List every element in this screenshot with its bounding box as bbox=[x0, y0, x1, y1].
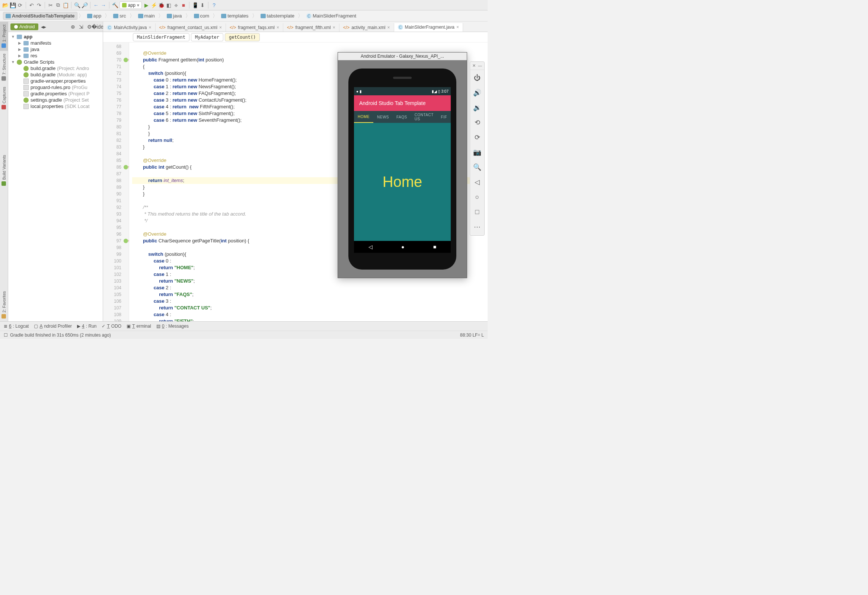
help-icon[interactable]: ? bbox=[211, 2, 217, 8]
target-icon[interactable]: ⊕ bbox=[70, 24, 76, 30]
tree-item[interactable]: local.properties (SDK Locat bbox=[8, 103, 103, 109]
make-icon[interactable]: 🔨 bbox=[112, 2, 118, 8]
tool-window-tab-project[interactable]: 1: Project bbox=[0, 22, 8, 51]
tree-item[interactable]: ▶java bbox=[8, 46, 103, 53]
power-icon[interactable]: ⏻ bbox=[471, 71, 483, 85]
forward-icon[interactable]: → bbox=[100, 2, 106, 8]
emulator-close-icon[interactable]: ✕ bbox=[472, 63, 476, 68]
cut-icon[interactable]: ✂ bbox=[48, 2, 54, 8]
overview-nav-icon[interactable]: □ bbox=[471, 205, 483, 219]
find-icon[interactable]: 🔍 bbox=[74, 2, 80, 8]
bottom-tool-tab[interactable]: ▣Terminal bbox=[127, 323, 151, 329]
tree-item[interactable]: gradle-wrapper.properties bbox=[8, 78, 103, 84]
tree-item[interactable]: build.gradle (Project: Andro bbox=[8, 65, 103, 71]
editor-tab[interactable]: CMainActivity.java× bbox=[103, 24, 156, 32]
run-icon[interactable]: ▶ bbox=[143, 2, 149, 8]
tool-window-tab-structure[interactable]: 7: Structure bbox=[0, 51, 8, 84]
expand-icon[interactable]: ⇲ bbox=[78, 24, 84, 30]
back-icon[interactable]: ← bbox=[93, 2, 99, 8]
project-tree[interactable]: ▼app▶manifests▶java▶res▼Gradle Scriptsbu… bbox=[8, 32, 103, 321]
editor-tab[interactable]: </>activity_main.xml× bbox=[340, 24, 394, 32]
volume-down-icon[interactable]: 🔉 bbox=[471, 100, 483, 115]
volume-up-icon[interactable]: 🔊 bbox=[471, 86, 483, 100]
redo-icon[interactable]: ↷ bbox=[36, 2, 42, 8]
paste-icon[interactable]: 📋 bbox=[62, 2, 68, 8]
tree-twisty-icon[interactable]: ▶ bbox=[18, 41, 22, 45]
project-view-dropdown[interactable]: Android bbox=[10, 24, 38, 30]
avd-manager-icon[interactable]: 📱 bbox=[192, 2, 198, 8]
breadcrumb-item[interactable]: AndroidStudioTabTemplate bbox=[3, 12, 77, 20]
debug-icon[interactable]: 🐞 bbox=[158, 2, 164, 8]
gutter[interactable]: 686970↑71727374757677787980818283848586↑… bbox=[103, 43, 129, 321]
collapse-icon[interactable]: ◂▸ bbox=[41, 24, 47, 30]
open-icon[interactable]: 📂 bbox=[2, 2, 8, 8]
tree-item[interactable]: proguard-rules.pro (ProGu bbox=[8, 84, 103, 90]
sync-icon[interactable]: ⟳ bbox=[17, 2, 23, 8]
back-nav-icon[interactable]: ◁ bbox=[471, 175, 483, 189]
close-tab-icon[interactable]: × bbox=[387, 25, 390, 30]
tree-item[interactable]: ▼Gradle Scripts bbox=[8, 59, 103, 65]
nav-recent-icon[interactable]: ■ bbox=[433, 244, 436, 250]
editor-tab[interactable]: CMainSliderFragment.java× bbox=[394, 23, 463, 32]
breadcrumb-item[interactable]: CMainSliderFragment bbox=[304, 12, 359, 20]
save-icon[interactable]: 💾 bbox=[10, 2, 16, 8]
phone-tab[interactable]: HOME bbox=[354, 111, 373, 123]
phone-tab[interactable]: FAQS bbox=[393, 111, 411, 123]
phone-tab[interactable]: CONTACT US bbox=[411, 111, 437, 123]
close-tab-icon[interactable]: × bbox=[456, 25, 459, 30]
bottom-tool-tab[interactable]: ▢Android Profiler bbox=[34, 323, 72, 329]
tool-window-tab-captures[interactable]: Captures bbox=[0, 84, 8, 112]
undo-icon[interactable]: ↶ bbox=[29, 2, 35, 8]
tree-item[interactable]: ▶res bbox=[8, 53, 103, 59]
bottom-tool-tab[interactable]: ▶4: Run bbox=[77, 323, 96, 329]
emulator-window[interactable]: Android Emulator - Galaxy_Nexus_API_... … bbox=[338, 52, 467, 278]
bottom-tool-tab[interactable]: ▤0: Messages bbox=[156, 323, 189, 329]
tool-window-tab-build-variants[interactable]: Build Variants bbox=[0, 152, 8, 189]
close-tab-icon[interactable]: × bbox=[219, 25, 222, 30]
tree-twisty-icon[interactable]: ▶ bbox=[18, 54, 22, 58]
bottom-tool-tab[interactable]: ✓TODO bbox=[102, 323, 121, 329]
close-tab-icon[interactable]: × bbox=[276, 25, 279, 30]
replace-icon[interactable]: 🔎 bbox=[81, 2, 87, 8]
tree-twisty-icon[interactable]: ▶ bbox=[18, 47, 22, 52]
rotate-right-icon[interactable]: ⟳ bbox=[471, 130, 483, 145]
breadcrumb-item[interactable]: main bbox=[136, 12, 157, 19]
zoom-icon[interactable]: 🔍 bbox=[471, 160, 483, 174]
run-config-dropdown[interactable]: app ▾ bbox=[120, 1, 142, 9]
nav-back-icon[interactable]: ◁ bbox=[369, 244, 373, 250]
tool-window-tab-favorites[interactable]: 2: Favorites bbox=[0, 288, 8, 321]
phone-tab[interactable]: FIF bbox=[437, 111, 451, 123]
editor-crumb[interactable]: MainSliderFragment bbox=[133, 33, 189, 41]
breadcrumb-item[interactable]: java bbox=[164, 12, 184, 19]
tree-item[interactable]: build.gradle (Module: app) bbox=[8, 71, 103, 78]
tree-twisty-icon[interactable]: ▼ bbox=[11, 60, 15, 64]
breadcrumb-item[interactable]: tabstemplate bbox=[258, 12, 297, 19]
editor-tab[interactable]: </>fragment_faqs.xml× bbox=[226, 24, 283, 32]
editor-crumb[interactable]: getCount() bbox=[225, 33, 260, 41]
profile-icon[interactable]: ◧ bbox=[165, 2, 171, 8]
tree-item[interactable]: settings.gradle (Project Set bbox=[8, 97, 103, 103]
tree-item[interactable]: ▶manifests bbox=[8, 40, 103, 46]
rotate-left-icon[interactable]: ⟲ bbox=[471, 115, 483, 130]
editor-tab[interactable]: </>fragment_contact_us.xml× bbox=[156, 24, 226, 32]
copy-icon[interactable]: ⧉ bbox=[55, 2, 61, 8]
breadcrumb-item[interactable]: templates bbox=[219, 12, 251, 19]
sdk-manager-icon[interactable]: ⬇ bbox=[199, 2, 205, 8]
phone-tab[interactable]: NEWS bbox=[373, 111, 393, 123]
more-icon[interactable]: ⋯ bbox=[471, 220, 483, 234]
home-nav-icon[interactable]: ○ bbox=[471, 190, 483, 204]
editor-crumb[interactable]: MyAdapter bbox=[191, 33, 223, 41]
breadcrumb-item[interactable]: com bbox=[192, 12, 212, 19]
breadcrumb-item[interactable]: app bbox=[85, 12, 104, 19]
emulator-minimize-icon[interactable]: — bbox=[478, 63, 482, 68]
bottom-tool-tab[interactable]: ≣6: Logcat bbox=[4, 323, 29, 329]
close-tab-icon[interactable]: × bbox=[333, 25, 335, 30]
camera-icon[interactable]: 📷 bbox=[471, 145, 483, 159]
apply-changes-icon[interactable]: ⚡ bbox=[151, 2, 157, 8]
close-tab-icon[interactable]: × bbox=[149, 25, 151, 30]
tree-item[interactable]: ▼app bbox=[8, 34, 103, 40]
tree-item[interactable]: gradle.properties (Project P bbox=[8, 90, 103, 97]
editor-tab[interactable]: </>fragment_fifth.xml× bbox=[283, 24, 340, 32]
breadcrumb-item[interactable]: src bbox=[111, 12, 128, 19]
tree-twisty-icon[interactable]: ▼ bbox=[11, 35, 15, 39]
